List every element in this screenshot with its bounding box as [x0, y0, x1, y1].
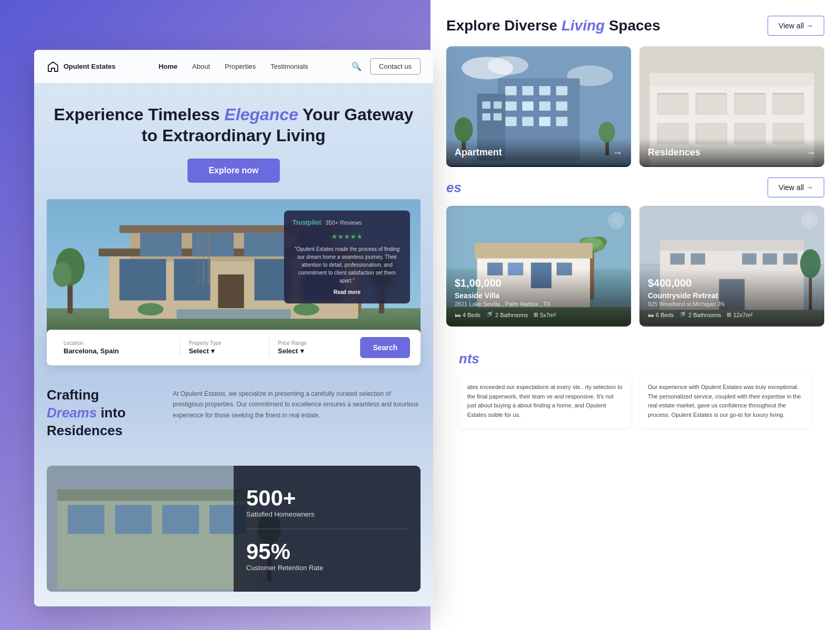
explore-now-button[interactable]: Explore now [187, 159, 279, 183]
villa-name: Seaside Villa [455, 291, 623, 300]
location-field: Location Barcelona, Spain [57, 340, 177, 355]
svg-rect-18 [482, 101, 490, 109]
property-type-field[interactable]: Property Type Select ▾ [182, 340, 267, 355]
stats-number-2: 95% [246, 540, 408, 564]
villa-heart-btn[interactable]: ♡ [608, 212, 625, 229]
svg-point-2 [487, 56, 528, 75]
svg-rect-102 [162, 505, 199, 534]
villa-price: $1,00,000 [455, 277, 623, 289]
crafting-section-header: Crafting Dreams into Residences At Opule… [47, 386, 421, 439]
listings-title-partial: es [446, 180, 461, 195]
villa-meta: 🛏 4 Beds 🚿 2 Bathrooms ⊞ 5x7m² [455, 311, 623, 318]
countryside-heart-btn[interactable]: ♡ [801, 212, 818, 229]
apartment-card-overlay: Apartment → [446, 138, 631, 167]
svg-rect-13 [505, 117, 517, 127]
view-all-button-1[interactable]: View all → [768, 16, 824, 36]
svg-rect-73 [119, 259, 166, 300]
stats-number-1: 500+ [246, 486, 408, 510]
explore-title-text2: Spaces [605, 17, 660, 34]
svg-rect-12 [556, 101, 568, 111]
listings-section-title: es [446, 180, 461, 196]
testimonial-text-2: Our experience with Opulent Estates was … [648, 383, 803, 419]
view-all-button-2[interactable]: View all → [768, 177, 824, 197]
testimonials-title-text: nts [459, 351, 479, 366]
svg-rect-31 [734, 94, 765, 114]
nav-links: Home About Properties Testimonials [159, 62, 308, 70]
price-range-chevron-icon: ▾ [300, 347, 304, 355]
villa-baths: 🚿 2 Bathrooms [486, 311, 528, 318]
bed-icon: 🛏 [455, 312, 460, 318]
svg-rect-19 [494, 101, 502, 109]
nav-link-about[interactable]: About [192, 62, 210, 70]
hero-section: Experience Timeless Elegance Your Gatewa… [34, 83, 433, 335]
search-divider-1 [180, 338, 180, 357]
contact-button[interactable]: Contact us [370, 58, 421, 75]
size-icon: ⊞ [533, 311, 538, 318]
location-value[interactable]: Barcelona, Spain [64, 347, 171, 355]
listing-card-villa[interactable]: ♡ $1,00,000 Seaside Villa 2821 Lake Sevi… [446, 206, 631, 327]
property-card-apartment[interactable]: Apartment → [446, 46, 631, 167]
property-type-select[interactable]: Select ▾ [188, 347, 260, 355]
svg-rect-48 [475, 243, 593, 258]
property-card-residences[interactable]: Residences → [639, 46, 824, 167]
countryside-name: Countryside Retreat [648, 291, 816, 300]
stats-label-1: Satisfied Homeowners [246, 510, 408, 518]
search-button[interactable]: Search [360, 337, 410, 358]
property-type-chevron-icon: ▾ [211, 347, 215, 355]
svg-point-95 [138, 303, 163, 316]
price-range-select[interactable]: Select ▾ [278, 347, 350, 355]
price-range-field[interactable]: Price Range Select ▾ [271, 340, 356, 355]
listing-card-countryside[interactable]: ♡ $400,000 Countryside Retreat 925 Woodl… [639, 206, 824, 327]
bath-icon-2: 🚿 [679, 311, 686, 318]
svg-rect-84 [197, 233, 200, 285]
nav-link-testimonials[interactable]: Testimonials [270, 62, 308, 70]
residences-card-overlay: Residences → [639, 138, 824, 167]
countryside-beds: 🛏 6 Beds [648, 312, 674, 318]
countryside-price: $400,000 [648, 277, 816, 289]
svg-rect-5 [505, 86, 517, 96]
crafting-section-title: Crafting Dreams into Residences [47, 386, 152, 439]
svg-rect-8 [556, 86, 568, 96]
explore-title-text1: Explore Diverse [446, 17, 561, 34]
countryside-size: ⊞ 12x7m² [727, 311, 753, 318]
svg-rect-80 [244, 233, 286, 257]
countryside-baths: 🚿 2 Bathrooms [679, 311, 721, 318]
testimonials-title-partial: nts [459, 351, 812, 367]
villa-address: 2821 Lake Sevilla , Palm Harbox , TX [455, 301, 623, 307]
logo-text: Opulent Estates [64, 62, 116, 70]
navbar: Opulent Estates Home About Properties Te… [34, 50, 433, 83]
svg-rect-99 [57, 489, 257, 501]
crafting-section: Crafting Dreams into Residences At Opule… [34, 365, 433, 466]
trustpilot-quote: "Opulent Estates made the process of fin… [292, 245, 402, 285]
countryside-address: 925 Woodland st,Michigan JN [648, 301, 816, 307]
svg-rect-62 [783, 254, 797, 265]
villa-card-overlay: $1,00,000 Seaside Villa 2821 Lake Sevill… [446, 269, 631, 327]
svg-rect-60 [742, 254, 757, 265]
svg-rect-100 [68, 505, 104, 534]
svg-rect-82 [208, 233, 210, 285]
hero-title: Experience Timeless Elegance Your Gatewa… [47, 104, 421, 146]
countryside-meta: 🛏 6 Beds 🚿 2 Bathrooms ⊞ 12x7m² [648, 311, 816, 318]
nav-link-properties[interactable]: Properties [225, 62, 256, 70]
trustpilot-read-more[interactable]: Read more [333, 289, 361, 295]
testimonial-card-2: Our experience with Opulent Estates was … [639, 374, 812, 428]
svg-rect-7 [539, 86, 551, 96]
bath-icon: 🚿 [486, 311, 493, 318]
hero-house-image: Trustpilot 350+ Reviews ★★★★★ "Opulent E… [47, 198, 421, 335]
residences-card-label: Residences [648, 147, 700, 158]
listings-section-header: es View all → [446, 177, 824, 197]
nav-link-home[interactable]: Home [159, 62, 177, 70]
trustpilot-card: Trustpilot 350+ Reviews ★★★★★ "Opulent E… [284, 211, 410, 303]
trustpilot-count: 350+ Reviews [326, 218, 362, 227]
hero-title-italic: Elegance [225, 105, 299, 124]
right-panel: Explore Diverse Living Spaces View all → [430, 0, 840, 630]
testimonial-card-1: ates exceeded our expectations at every … [459, 374, 631, 428]
svg-rect-21 [494, 113, 502, 121]
property-type-grid: Apartment → [446, 46, 824, 167]
svg-rect-29 [657, 94, 688, 114]
stats-divider [246, 529, 408, 529]
svg-rect-10 [522, 101, 534, 111]
crafting-section-desc: At Opulent Estates, we specialize in pre… [173, 386, 421, 439]
nav-search-button[interactable]: 🔍 [351, 61, 362, 71]
svg-rect-57 [660, 240, 804, 251]
